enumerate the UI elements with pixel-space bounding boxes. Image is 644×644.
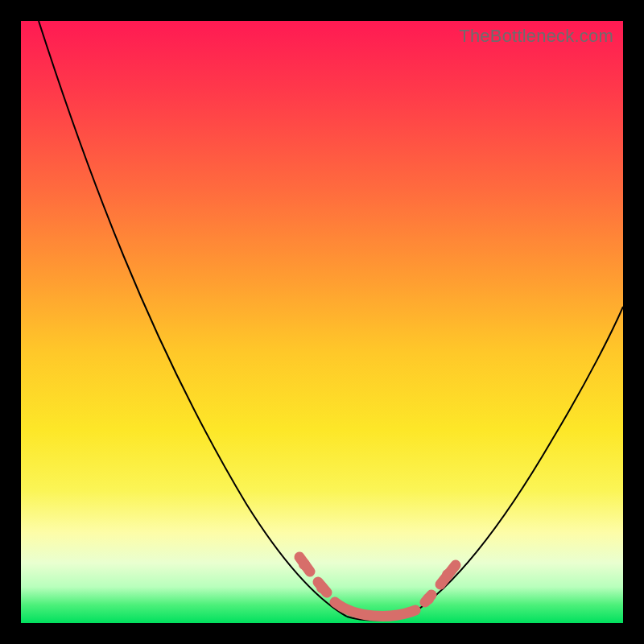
- chart-svg: [21, 21, 623, 623]
- curve-right: [407, 307, 623, 617]
- chart-frame: TheBottleneck.com: [0, 0, 644, 644]
- bead-dot: [299, 559, 310, 570]
- highlight-valley: [335, 602, 415, 616]
- curve-left: [39, 21, 347, 617]
- bead-dot: [316, 582, 328, 593]
- bead-dot: [423, 593, 434, 605]
- bead-dot: [442, 569, 453, 580]
- plot-area: TheBottleneck.com: [21, 21, 623, 623]
